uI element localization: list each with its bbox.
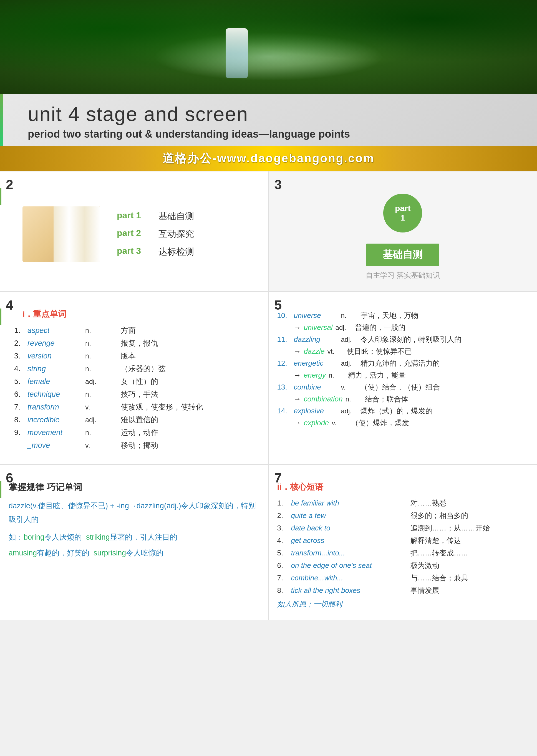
word-chinese: （乐器的）弦: [121, 364, 166, 374]
word-chinese: 移动；挪动: [121, 440, 158, 450]
ph-chinese: 事情发展: [410, 586, 439, 595]
w5-english: explosive: [294, 407, 338, 415]
card-2: 2 part 1 基础自测 part 2 互动探究 part 3 达标检测: [0, 171, 268, 292]
list-item: 4. get across 解释清楚，传达: [277, 536, 526, 545]
period-subtitle: period two starting out & understanding …: [28, 128, 509, 140]
ph-chinese: 对……熟悉: [410, 498, 446, 508]
list-item: 2. quite a few 很多的；相当多的: [277, 511, 526, 520]
w5-english: combine: [294, 383, 338, 391]
card-number-6: 6: [6, 470, 13, 486]
ph-chinese: 很多的；相当多的: [410, 511, 468, 520]
word-num: 4.: [14, 365, 25, 373]
w5-sub-pos: adj.: [336, 324, 352, 332]
word-list-4: 1. aspect n. 方面 2. revenge n. 报复，报仇 3. v…: [9, 325, 257, 450]
ph-num: 7.: [277, 574, 288, 582]
list-item: 7. transform v. 使改观，使变形，使转化: [14, 402, 257, 412]
word-chinese: 技巧，手法: [121, 389, 158, 399]
w5-sub-cn: （使）爆炸，爆发: [351, 418, 409, 428]
w5-sub-cn: 结合；联合体: [365, 394, 408, 404]
ph-chinese: 解释清楚，传达: [410, 536, 461, 545]
w5-chinese: 令人印象深刻的，特别吸引人的: [360, 335, 462, 344]
word-english: movement: [27, 428, 83, 437]
list-item: 7. combine...with... 与……结合；兼具: [277, 573, 526, 583]
word-num: 7.: [14, 403, 25, 412]
card6-highlight: dazzle: [9, 501, 30, 510]
book-pages: [54, 206, 100, 262]
card-number-4: 4: [6, 298, 13, 313]
list-item: 5. transform...into... 把……转变成……: [277, 548, 526, 558]
w5-pos: adj.: [341, 360, 358, 367]
card6-title: 掌握规律 巧记单词: [9, 481, 257, 494]
card-number-5: 5: [274, 298, 282, 313]
word-pos: v.: [85, 403, 118, 411]
word-pos: n.: [85, 429, 118, 437]
ph-num: 3.: [277, 524, 288, 533]
w5-chinese: 爆炸（式）的，爆发的: [360, 406, 433, 416]
ph-num: 6.: [277, 561, 288, 570]
w5-num: 14.: [277, 407, 291, 415]
word-english: transform: [27, 403, 83, 412]
word-chinese: 方面: [121, 325, 136, 336]
word-pos: n.: [85, 339, 118, 347]
list-item: → energy n. 精力，活力，能量: [277, 370, 526, 380]
word-num: 8.: [14, 416, 25, 424]
card6-content: dazzle(v.使目眩、使惊异不已) + -ing→dazzling(adj.…: [9, 499, 257, 560]
list-item: 1. aspect n. 方面: [14, 325, 257, 336]
card-5: 5 10. universe n. 宇宙，天地，万物 → universal a…: [268, 292, 537, 464]
list-item: part 3 达标检测: [117, 246, 194, 258]
list-item: → universal adj. 普遍的，一般的: [277, 323, 526, 332]
ph-chinese: 极为激动: [410, 561, 439, 571]
card6-line3: amusing有趣的，好笑的 surprising令人吃惊的: [9, 546, 257, 560]
w5-num: 12.: [277, 359, 291, 368]
section-subtitle: 自主学习 落实基础知识: [366, 270, 440, 280]
list-item: part 2 互动探究: [117, 228, 194, 240]
w5-num: 11.: [277, 335, 291, 344]
list-item: 3. version n. 版本: [14, 351, 257, 361]
word-num: 2.: [14, 339, 25, 348]
list-item: → combination n. 结合；联合体: [277, 394, 526, 404]
card-divider-4: [0, 308, 1, 325]
section-title-4: i．重点单词: [9, 308, 257, 320]
list-item: 12. energetic adj. 精力充沛的，充满活力的: [277, 358, 526, 368]
list-item: 14. explosive adj. 爆炸（式）的，爆发的: [277, 406, 526, 416]
word-chinese: 难以置信的: [121, 415, 158, 425]
content-grid: 2 part 1 基础自测 part 2 互动探究 part 3 达标检测 3 …: [0, 171, 537, 620]
ph-english: date back to: [291, 524, 408, 533]
word-num: 3.: [14, 352, 25, 360]
w5-sub-cn: 精力，活力，能量: [348, 370, 406, 380]
w5-pos: adj.: [341, 336, 358, 343]
word-pos: n.: [85, 352, 118, 360]
card-number-3: 3: [274, 177, 282, 192]
list-item: 8. incredible adj. 难以置信的: [14, 415, 257, 425]
list-item: 1. be familiar with 对……熟悉: [277, 498, 526, 508]
w5-arrow: →: [277, 395, 301, 403]
w5-sub-en: explode: [304, 418, 329, 427]
forest-background: [0, 0, 537, 94]
book-image: [22, 206, 100, 262]
part-text-1: 基础自测: [158, 210, 194, 222]
word-chinese: 报复，报仇: [121, 338, 158, 348]
list-item: 5. female adj. 女（性）的: [14, 377, 257, 386]
w5-english: energetic: [294, 359, 338, 368]
part-text-2: 互动探究: [158, 228, 194, 240]
w5-sub-en: combination: [304, 395, 343, 403]
ph-chinese: 与……结合；兼具: [410, 573, 468, 583]
part-label-1: part 1: [117, 210, 150, 222]
ph-chinese: 追溯到……；从……开始: [410, 523, 490, 533]
w5-pos: v.: [341, 383, 358, 391]
parts-list: part 1 基础自测 part 2 互动探究 part 3 达标检测: [117, 205, 194, 263]
card-4: 4 i．重点单词 1. aspect n. 方面 2. revenge n. 报…: [0, 292, 268, 464]
card7-title: ii．核心短语: [277, 481, 526, 493]
w5-pos: n.: [341, 312, 358, 320]
word-pos: n.: [85, 390, 118, 398]
list-item: 11. dazzling adj. 令人印象深刻的，特别吸引人的: [277, 335, 526, 344]
ph-chinese: 把……转变成……: [410, 548, 468, 558]
w5-english: dazzling: [294, 335, 338, 344]
w5-sub-pos: vt.: [327, 348, 344, 355]
phrase-extra: 如人所愿；一切顺利: [277, 599, 526, 609]
ph-english: get across: [291, 536, 408, 545]
word-list-5: 10. universe n. 宇宙，天地，万物 → universal adj…: [277, 311, 526, 428]
card-number-2: 2: [6, 177, 13, 192]
section-badge: 基础自测: [366, 244, 439, 266]
word-english: female: [27, 377, 83, 386]
